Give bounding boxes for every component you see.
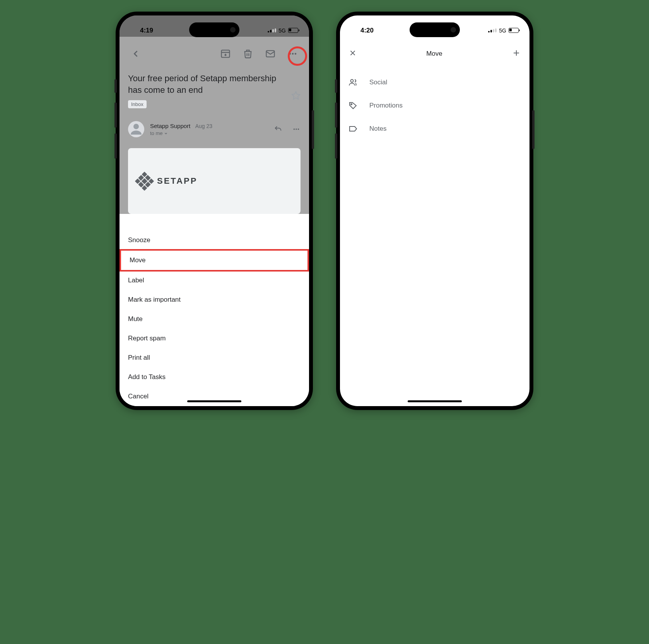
- people-icon: [348, 78, 358, 87]
- avatar: [128, 121, 144, 137]
- status-time: 4:20: [360, 27, 374, 34]
- action-print-all[interactable]: Print all: [120, 348, 309, 367]
- folder-list: Social Promotions Notes: [340, 67, 529, 144]
- folder-social[interactable]: Social: [340, 71, 529, 94]
- inbox-label[interactable]: Inbox: [128, 100, 147, 108]
- action-sheet: Snooze Move Label Mark as important Mute…: [120, 231, 309, 406]
- folder-label: Notes: [369, 125, 386, 133]
- folder-notes[interactable]: Notes: [340, 117, 529, 140]
- folder-label: Social: [369, 79, 387, 86]
- email-toolbar: [120, 37, 309, 67]
- action-label[interactable]: Label: [120, 271, 309, 290]
- move-title: Move: [426, 50, 442, 58]
- email-subject: Your free period of Setapp membership ha…: [128, 73, 301, 96]
- svg-point-9: [351, 80, 354, 82]
- status-time: 4:19: [140, 27, 153, 34]
- signal-icon: [268, 28, 276, 32]
- delete-icon[interactable]: [243, 48, 253, 59]
- sender-row[interactable]: Setapp Support Aug 23 to me: [120, 114, 309, 144]
- battery-icon: [288, 28, 298, 33]
- svg-point-8: [298, 129, 299, 130]
- tutorial-highlight-circle: [288, 46, 307, 66]
- move-header: Move: [340, 37, 529, 67]
- svg-point-5: [133, 124, 139, 129]
- star-icon[interactable]: [291, 91, 301, 102]
- action-cancel[interactable]: Cancel: [120, 387, 309, 406]
- label-icon: [348, 124, 358, 133]
- svg-point-10: [351, 104, 352, 105]
- action-move[interactable]: Move: [120, 249, 309, 272]
- phone-frame-left: 4:19 5G: [116, 12, 313, 410]
- sender-more-icon[interactable]: [292, 124, 301, 134]
- dynamic-island: [410, 22, 460, 37]
- signal-icon: [488, 28, 497, 32]
- phone-frame-right: 4:20 5G Move: [336, 12, 533, 410]
- setapp-logo: SETAPP: [138, 174, 197, 188]
- back-button[interactable]: [130, 48, 141, 59]
- archive-icon[interactable]: [220, 48, 231, 59]
- sender-date: Aug 23: [195, 123, 212, 129]
- battery-icon: [509, 28, 519, 33]
- add-icon[interactable]: [512, 48, 521, 59]
- svg-point-7: [295, 129, 297, 130]
- sender-name: Setapp Support: [150, 123, 190, 129]
- home-indicator[interactable]: [408, 400, 462, 402]
- reply-icon[interactable]: [274, 124, 282, 134]
- home-indicator[interactable]: [187, 400, 241, 402]
- network-label: 5G: [278, 27, 286, 34]
- folder-promotions[interactable]: Promotions: [340, 94, 529, 117]
- mail-icon[interactable]: [265, 48, 276, 59]
- email-body: SETAPP: [128, 148, 301, 214]
- sender-to[interactable]: to me: [150, 130, 268, 136]
- dynamic-island: [189, 22, 239, 37]
- close-icon[interactable]: [348, 49, 357, 59]
- action-report-spam[interactable]: Report spam: [120, 329, 309, 348]
- network-label: 5G: [499, 27, 506, 34]
- action-mark-important[interactable]: Mark as important: [120, 290, 309, 309]
- action-snooze[interactable]: Snooze: [120, 231, 309, 250]
- tag-icon: [348, 101, 358, 110]
- folder-label: Promotions: [369, 102, 403, 109]
- action-mute[interactable]: Mute: [120, 309, 309, 329]
- svg-point-6: [294, 129, 295, 130]
- action-add-to-tasks[interactable]: Add to Tasks: [120, 367, 309, 387]
